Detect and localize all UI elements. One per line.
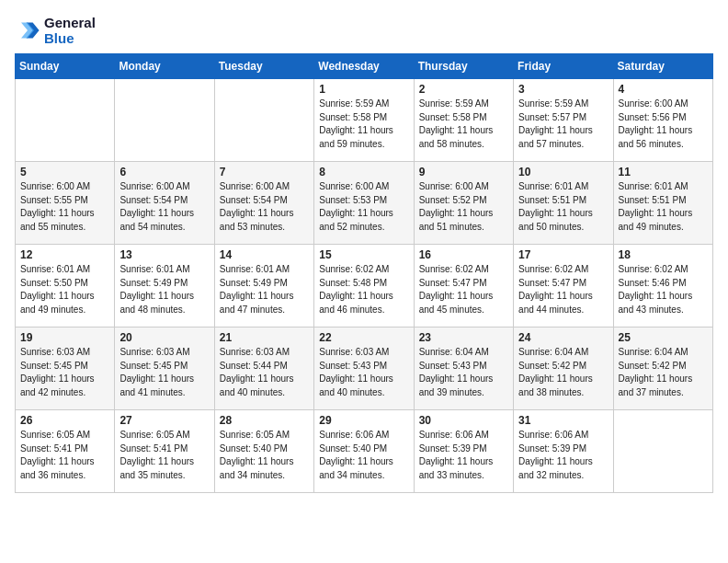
day-info: Sunrise: 6:00 AMSunset: 5:54 PMDaylight:… <box>119 180 209 234</box>
day-number: 11 <box>619 166 708 178</box>
day-number: 26 <box>20 414 109 427</box>
calendar-cell: 15Sunrise: 6:02 AMSunset: 5:48 PMDayligh… <box>314 245 414 327</box>
header: General Blue <box>15 15 713 46</box>
day-info: Sunrise: 6:01 AMSunset: 5:51 PMDaylight:… <box>619 180 708 234</box>
day-number: 29 <box>319 414 408 427</box>
header-cell-thursday: Thursday <box>414 54 513 79</box>
day-info: Sunrise: 6:02 AMSunset: 5:47 PMDaylight:… <box>419 263 508 316</box>
calendar-cell: 9Sunrise: 6:00 AMSunset: 5:52 PMDaylight… <box>414 162 513 245</box>
calendar-cell: 3Sunrise: 5:59 AMSunset: 5:57 PMDaylight… <box>514 79 613 162</box>
calendar-cell: 18Sunrise: 6:02 AMSunset: 5:46 PMDayligh… <box>613 245 712 327</box>
calendar-cell: 11Sunrise: 6:01 AMSunset: 5:51 PMDayligh… <box>613 162 712 245</box>
day-info: Sunrise: 5:59 AMSunset: 5:57 PMDaylight:… <box>518 98 608 151</box>
day-info: Sunrise: 6:02 AMSunset: 5:47 PMDaylight:… <box>518 263 608 316</box>
calendar-cell: 12Sunrise: 6:01 AMSunset: 5:50 PMDayligh… <box>16 245 115 327</box>
logo-icon <box>15 17 40 43</box>
day-info: Sunrise: 6:02 AMSunset: 5:48 PMDaylight:… <box>319 263 408 316</box>
day-info: Sunrise: 6:03 AMSunset: 5:43 PMDaylight:… <box>319 346 408 399</box>
day-info: Sunrise: 6:01 AMSunset: 5:49 PMDaylight:… <box>119 263 209 316</box>
calendar-cell: 23Sunrise: 6:04 AMSunset: 5:43 PMDayligh… <box>414 327 513 410</box>
day-info: Sunrise: 6:03 AMSunset: 5:45 PMDaylight:… <box>119 346 209 399</box>
calendar-cell: 10Sunrise: 6:01 AMSunset: 5:51 PMDayligh… <box>514 162 613 245</box>
week-row-2: 5Sunrise: 6:00 AMSunset: 5:55 PMDaylight… <box>16 162 713 245</box>
day-info: Sunrise: 6:03 AMSunset: 5:44 PMDaylight:… <box>220 346 309 399</box>
day-info: Sunrise: 6:04 AMSunset: 5:42 PMDaylight:… <box>619 346 708 399</box>
day-number: 14 <box>220 248 309 261</box>
day-info: Sunrise: 6:00 AMSunset: 5:52 PMDaylight:… <box>419 180 508 234</box>
calendar-cell: 7Sunrise: 6:00 AMSunset: 5:54 PMDaylight… <box>214 162 313 245</box>
day-number: 22 <box>319 331 408 344</box>
day-info: Sunrise: 5:59 AMSunset: 5:58 PMDaylight:… <box>419 98 508 151</box>
day-info: Sunrise: 6:02 AMSunset: 5:46 PMDaylight:… <box>619 263 708 316</box>
day-number: 3 <box>518 83 608 96</box>
calendar-cell: 21Sunrise: 6:03 AMSunset: 5:44 PMDayligh… <box>214 327 313 410</box>
day-info: Sunrise: 6:00 AMSunset: 5:53 PMDaylight:… <box>319 180 408 234</box>
day-info: Sunrise: 6:05 AMSunset: 5:40 PMDaylight:… <box>220 429 309 482</box>
header-cell-monday: Monday <box>115 54 214 79</box>
day-number: 13 <box>119 248 209 261</box>
calendar-cell <box>613 410 712 493</box>
day-number: 28 <box>220 414 309 427</box>
calendar-cell: 24Sunrise: 6:04 AMSunset: 5:42 PMDayligh… <box>514 327 613 410</box>
day-info: Sunrise: 6:06 AMSunset: 5:40 PMDaylight:… <box>319 429 408 482</box>
day-number: 4 <box>619 83 708 96</box>
day-number: 15 <box>319 248 408 261</box>
calendar-cell: 1Sunrise: 5:59 AMSunset: 5:58 PMDaylight… <box>314 79 414 162</box>
day-info: Sunrise: 6:05 AMSunset: 5:41 PMDaylight:… <box>20 429 109 482</box>
calendar-cell: 28Sunrise: 6:05 AMSunset: 5:40 PMDayligh… <box>214 410 313 493</box>
calendar-cell <box>115 79 214 162</box>
day-info: Sunrise: 6:04 AMSunset: 5:42 PMDaylight:… <box>518 346 608 399</box>
calendar-cell: 27Sunrise: 6:05 AMSunset: 5:41 PMDayligh… <box>115 410 214 493</box>
day-number: 18 <box>619 248 708 261</box>
day-info: Sunrise: 6:06 AMSunset: 5:39 PMDaylight:… <box>419 429 508 482</box>
week-row-3: 12Sunrise: 6:01 AMSunset: 5:50 PMDayligh… <box>16 245 713 327</box>
day-number: 7 <box>220 166 309 178</box>
day-number: 30 <box>419 414 508 427</box>
calendar-cell: 5Sunrise: 6:00 AMSunset: 5:55 PMDaylight… <box>16 162 115 245</box>
header-row: SundayMondayTuesdayWednesdayThursdayFrid… <box>16 54 713 79</box>
day-info: Sunrise: 6:01 AMSunset: 5:50 PMDaylight:… <box>20 263 109 316</box>
calendar-cell: 26Sunrise: 6:05 AMSunset: 5:41 PMDayligh… <box>16 410 115 493</box>
logo-text: General Blue <box>44 15 96 46</box>
calendar-cell <box>214 79 313 162</box>
day-info: Sunrise: 5:59 AMSunset: 5:58 PMDaylight:… <box>319 98 408 151</box>
day-info: Sunrise: 6:00 AMSunset: 5:56 PMDaylight:… <box>619 98 708 151</box>
day-number: 17 <box>518 248 608 261</box>
day-number: 25 <box>619 331 708 344</box>
calendar-cell: 4Sunrise: 6:00 AMSunset: 5:56 PMDaylight… <box>613 79 712 162</box>
day-number: 9 <box>419 166 508 178</box>
day-number: 5 <box>20 166 109 178</box>
calendar-cell: 20Sunrise: 6:03 AMSunset: 5:45 PMDayligh… <box>115 327 214 410</box>
calendar-cell: 25Sunrise: 6:04 AMSunset: 5:42 PMDayligh… <box>613 327 712 410</box>
calendar-cell: 16Sunrise: 6:02 AMSunset: 5:47 PMDayligh… <box>414 245 513 327</box>
day-info: Sunrise: 6:00 AMSunset: 5:54 PMDaylight:… <box>220 180 309 234</box>
day-number: 6 <box>119 166 209 178</box>
day-number: 23 <box>419 331 508 344</box>
page-container: General Blue SundayMondayTuesdayWednesda… <box>15 15 713 493</box>
calendar-cell: 29Sunrise: 6:06 AMSunset: 5:40 PMDayligh… <box>314 410 414 493</box>
week-row-4: 19Sunrise: 6:03 AMSunset: 5:45 PMDayligh… <box>16 327 713 410</box>
calendar-cell: 22Sunrise: 6:03 AMSunset: 5:43 PMDayligh… <box>314 327 414 410</box>
calendar-cell: 6Sunrise: 6:00 AMSunset: 5:54 PMDaylight… <box>115 162 214 245</box>
day-number: 27 <box>119 414 209 427</box>
day-number: 24 <box>518 331 608 344</box>
week-row-1: 1Sunrise: 5:59 AMSunset: 5:58 PMDaylight… <box>16 79 713 162</box>
day-number: 21 <box>220 331 309 344</box>
week-row-5: 26Sunrise: 6:05 AMSunset: 5:41 PMDayligh… <box>16 410 713 493</box>
day-number: 1 <box>319 83 408 96</box>
header-cell-saturday: Saturday <box>613 54 712 79</box>
calendar-cell: 31Sunrise: 6:06 AMSunset: 5:39 PMDayligh… <box>514 410 613 493</box>
day-number: 16 <box>419 248 508 261</box>
day-number: 20 <box>119 331 209 344</box>
day-number: 2 <box>419 83 508 96</box>
day-info: Sunrise: 6:01 AMSunset: 5:49 PMDaylight:… <box>220 263 309 316</box>
calendar-cell: 2Sunrise: 5:59 AMSunset: 5:58 PMDaylight… <box>414 79 513 162</box>
day-number: 31 <box>518 414 608 427</box>
day-number: 10 <box>518 166 608 178</box>
day-info: Sunrise: 6:06 AMSunset: 5:39 PMDaylight:… <box>518 429 608 482</box>
day-info: Sunrise: 6:03 AMSunset: 5:45 PMDaylight:… <box>20 346 109 399</box>
calendar-cell: 17Sunrise: 6:02 AMSunset: 5:47 PMDayligh… <box>514 245 613 327</box>
header-cell-tuesday: Tuesday <box>214 54 313 79</box>
day-number: 19 <box>20 331 109 344</box>
calendar-cell <box>16 79 115 162</box>
